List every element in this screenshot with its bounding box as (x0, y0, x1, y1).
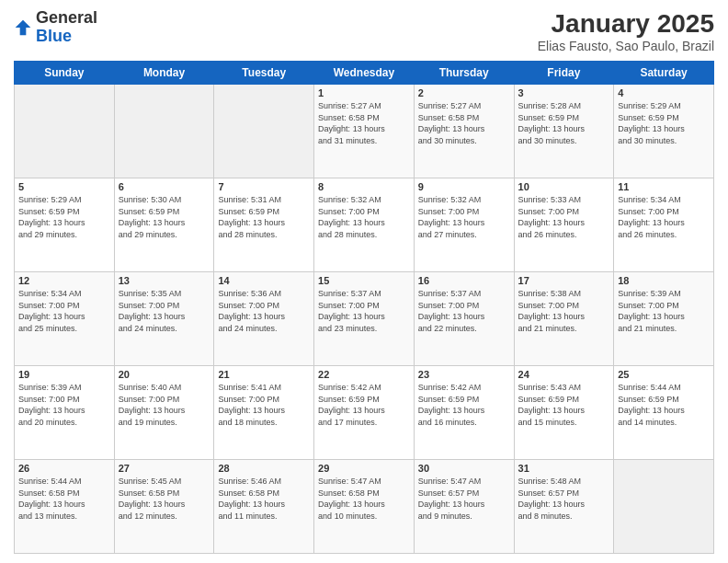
day-info: Sunrise: 5:35 AM Sunset: 7:00 PM Dayligh… (119, 288, 210, 334)
day-cell: 1Sunrise: 5:27 AM Sunset: 6:58 PM Daylig… (314, 85, 415, 178)
day-cell: 23Sunrise: 5:42 AM Sunset: 6:59 PM Dayli… (414, 366, 514, 460)
day-cell: 8Sunrise: 5:32 AM Sunset: 7:00 PM Daylig… (314, 178, 415, 272)
day-number: 13 (119, 275, 210, 286)
day-cell: 10Sunrise: 5:33 AM Sunset: 7:00 PM Dayli… (514, 178, 614, 272)
day-number: 14 (218, 275, 310, 286)
day-cell (114, 85, 214, 178)
day-info: Sunrise: 5:34 AM Sunset: 7:00 PM Dayligh… (18, 288, 110, 334)
day-info: Sunrise: 5:28 AM Sunset: 6:59 PM Dayligh… (518, 100, 610, 146)
day-number: 8 (318, 181, 410, 192)
logo-blue: Blue (36, 27, 72, 45)
logo-text: General Blue (36, 9, 97, 46)
day-cell: 14Sunrise: 5:36 AM Sunset: 7:00 PM Dayli… (214, 272, 314, 366)
day-cell: 2Sunrise: 5:27 AM Sunset: 6:58 PM Daylig… (414, 85, 514, 178)
day-header-tuesday: Tuesday (214, 62, 314, 85)
day-info: Sunrise: 5:47 AM Sunset: 6:58 PM Dayligh… (318, 476, 410, 522)
day-cell: 5Sunrise: 5:29 AM Sunset: 6:59 PM Daylig… (15, 178, 115, 272)
day-number: 10 (518, 181, 610, 192)
day-number: 20 (119, 369, 210, 380)
day-number: 1 (318, 87, 410, 98)
day-number: 19 (18, 369, 110, 380)
day-cell: 24Sunrise: 5:43 AM Sunset: 6:59 PM Dayli… (514, 366, 614, 460)
day-info: Sunrise: 5:41 AM Sunset: 7:00 PM Dayligh… (218, 382, 310, 428)
day-number: 24 (518, 369, 610, 380)
calendar-page: General Blue January 2025 Elias Fausto, … (0, 0, 728, 563)
day-cell: 11Sunrise: 5:34 AM Sunset: 7:00 PM Dayli… (614, 178, 714, 272)
day-info: Sunrise: 5:40 AM Sunset: 7:00 PM Dayligh… (119, 382, 210, 428)
week-row-2: 12Sunrise: 5:34 AM Sunset: 7:00 PM Dayli… (15, 272, 714, 366)
day-number: 3 (518, 87, 610, 98)
day-info: Sunrise: 5:42 AM Sunset: 6:59 PM Dayligh… (318, 382, 410, 428)
day-info: Sunrise: 5:38 AM Sunset: 7:00 PM Dayligh… (518, 288, 610, 334)
day-number: 12 (18, 275, 110, 286)
day-number: 30 (418, 463, 510, 474)
logo-general: General (36, 8, 97, 27)
calendar-table: SundayMondayTuesdayWednesdayThursdayFrid… (14, 61, 714, 554)
day-number: 2 (418, 87, 510, 98)
day-number: 7 (218, 181, 310, 192)
day-number: 6 (119, 181, 210, 192)
day-cell: 26Sunrise: 5:44 AM Sunset: 6:58 PM Dayli… (15, 460, 115, 554)
day-info: Sunrise: 5:44 AM Sunset: 6:58 PM Dayligh… (18, 476, 110, 522)
logo: General Blue (14, 9, 97, 46)
day-number: 16 (418, 275, 510, 286)
day-info: Sunrise: 5:29 AM Sunset: 6:59 PM Dayligh… (618, 100, 710, 146)
week-row-1: 5Sunrise: 5:29 AM Sunset: 6:59 PM Daylig… (15, 178, 714, 272)
day-number: 4 (618, 87, 710, 98)
week-row-4: 26Sunrise: 5:44 AM Sunset: 6:58 PM Dayli… (15, 460, 714, 554)
day-cell: 27Sunrise: 5:45 AM Sunset: 6:58 PM Dayli… (114, 460, 214, 554)
header: General Blue January 2025 Elias Fausto, … (14, 9, 714, 53)
header-row: SundayMondayTuesdayWednesdayThursdayFrid… (15, 62, 714, 85)
day-number: 27 (119, 463, 210, 474)
day-cell: 12Sunrise: 5:34 AM Sunset: 7:00 PM Dayli… (15, 272, 115, 366)
day-info: Sunrise: 5:39 AM Sunset: 7:00 PM Dayligh… (618, 288, 710, 334)
day-header-friday: Friday (514, 62, 614, 85)
day-cell: 15Sunrise: 5:37 AM Sunset: 7:00 PM Dayli… (314, 272, 415, 366)
day-info: Sunrise: 5:39 AM Sunset: 7:00 PM Dayligh… (18, 382, 110, 428)
day-cell: 30Sunrise: 5:47 AM Sunset: 6:57 PM Dayli… (414, 460, 514, 554)
day-cell: 16Sunrise: 5:37 AM Sunset: 7:00 PM Dayli… (414, 272, 514, 366)
day-info: Sunrise: 5:37 AM Sunset: 7:00 PM Dayligh… (418, 288, 510, 334)
day-cell (15, 85, 115, 178)
day-info: Sunrise: 5:30 AM Sunset: 6:59 PM Dayligh… (119, 194, 210, 240)
day-info: Sunrise: 5:33 AM Sunset: 7:00 PM Dayligh… (518, 194, 610, 240)
day-cell: 3Sunrise: 5:28 AM Sunset: 6:59 PM Daylig… (514, 85, 614, 178)
day-header-thursday: Thursday (414, 62, 514, 85)
day-info: Sunrise: 5:42 AM Sunset: 6:59 PM Dayligh… (418, 382, 510, 428)
day-cell: 7Sunrise: 5:31 AM Sunset: 6:59 PM Daylig… (214, 178, 314, 272)
day-info: Sunrise: 5:36 AM Sunset: 7:00 PM Dayligh… (218, 288, 310, 334)
day-cell: 17Sunrise: 5:38 AM Sunset: 7:00 PM Dayli… (514, 272, 614, 366)
day-cell: 9Sunrise: 5:32 AM Sunset: 7:00 PM Daylig… (414, 178, 514, 272)
day-number: 18 (618, 275, 710, 286)
day-info: Sunrise: 5:32 AM Sunset: 7:00 PM Dayligh… (418, 194, 510, 240)
day-cell: 28Sunrise: 5:46 AM Sunset: 6:58 PM Dayli… (214, 460, 314, 554)
logo-icon (14, 18, 32, 37)
day-cell: 19Sunrise: 5:39 AM Sunset: 7:00 PM Dayli… (15, 366, 115, 460)
day-number: 28 (218, 463, 310, 474)
day-info: Sunrise: 5:37 AM Sunset: 7:00 PM Dayligh… (318, 288, 410, 334)
day-number: 15 (318, 275, 410, 286)
day-info: Sunrise: 5:48 AM Sunset: 6:57 PM Dayligh… (518, 476, 610, 522)
day-number: 11 (618, 181, 710, 192)
svg-marker-0 (16, 19, 31, 35)
day-cell: 20Sunrise: 5:40 AM Sunset: 7:00 PM Dayli… (114, 366, 214, 460)
day-number: 21 (218, 369, 310, 380)
day-header-sunday: Sunday (15, 62, 115, 85)
day-info: Sunrise: 5:44 AM Sunset: 6:59 PM Dayligh… (618, 382, 710, 428)
title-block: January 2025 Elias Fausto, Sao Paulo, Br… (538, 9, 714, 53)
day-number: 31 (518, 463, 610, 474)
day-header-monday: Monday (114, 62, 214, 85)
day-number: 9 (418, 181, 510, 192)
day-cell (614, 460, 714, 554)
day-cell: 6Sunrise: 5:30 AM Sunset: 6:59 PM Daylig… (114, 178, 214, 272)
day-number: 26 (18, 463, 110, 474)
day-info: Sunrise: 5:34 AM Sunset: 7:00 PM Dayligh… (618, 194, 710, 240)
day-info: Sunrise: 5:27 AM Sunset: 6:58 PM Dayligh… (318, 100, 410, 146)
day-number: 23 (418, 369, 510, 380)
day-cell: 4Sunrise: 5:29 AM Sunset: 6:59 PM Daylig… (614, 85, 714, 178)
day-info: Sunrise: 5:47 AM Sunset: 6:57 PM Dayligh… (418, 476, 510, 522)
day-cell: 25Sunrise: 5:44 AM Sunset: 6:59 PM Dayli… (614, 366, 714, 460)
day-header-wednesday: Wednesday (314, 62, 415, 85)
day-number: 25 (618, 369, 710, 380)
day-number: 22 (318, 369, 410, 380)
